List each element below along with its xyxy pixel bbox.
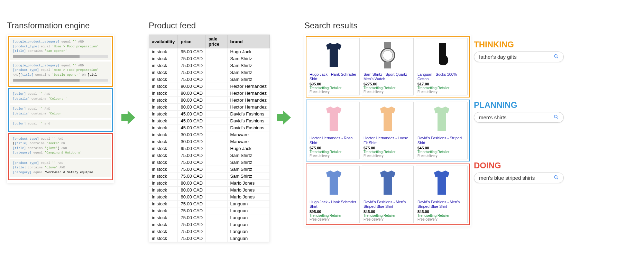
- feed-cell: David's Fashions: [227, 118, 270, 124]
- feed-cell: 95.00 CAD: [178, 48, 206, 55]
- product-retailer: Trendsetting Retailer: [310, 86, 358, 90]
- product-delivery: Free delivery: [364, 217, 412, 221]
- feed-cell: in stock: [149, 194, 178, 201]
- feed-cell: 75.00 CAD: [178, 76, 206, 83]
- product-card[interactable]: Languan - Socks 100% Cotton$17.00Trendse…: [416, 38, 468, 95]
- feed-cell: Languan: [227, 214, 270, 221]
- feed-cell: [206, 159, 227, 166]
- search-pill-doing[interactable]: men's blue striped shirts: [474, 173, 564, 183]
- table-row: in stock30.00 CADManware: [149, 131, 270, 138]
- feed-table: availabilitypricesale pricebrand in stoc…: [149, 35, 270, 242]
- product-card[interactable]: Hector Hernandez - Loose Fit Shirt$75.00…: [362, 102, 414, 159]
- feed-cell: [206, 48, 227, 55]
- diagram-container: Transformation engine [google_product_ca…: [7, 21, 637, 242]
- feed-cell: in stock: [149, 173, 178, 180]
- feed-cell: [206, 55, 227, 62]
- feed-cell: 45.00 CAD: [178, 111, 206, 118]
- feed-cell: in stock: [149, 145, 178, 152]
- feed-header-cell: sale price: [206, 35, 227, 48]
- doing-label: DOING: [474, 161, 578, 170]
- product-card[interactable]: David's Fashions - Men's Striped Blue Sh…: [416, 166, 468, 223]
- product-card[interactable]: David's Fashions - Striped Shirt$45.00Tr…: [416, 102, 468, 159]
- feed-cell: [206, 187, 227, 194]
- feed-cell: 45.00 CAD: [178, 118, 206, 124]
- product-price: $95.00: [310, 82, 358, 86]
- feed-cell: 80.00 CAD: [178, 83, 206, 90]
- feed-cell: in stock: [149, 166, 178, 173]
- table-row: in stock80.00 CADMario Jones: [149, 180, 270, 187]
- feed-cell: in stock: [149, 180, 178, 187]
- product-title: David's Fashions - Men's Striped Blue Sh…: [364, 200, 412, 209]
- product-card[interactable]: Hector Hernandez - Rosa Shirt$75.00Trend…: [308, 102, 360, 159]
- table-row: in stock75.00 CADSam Shirtz: [149, 166, 270, 173]
- feed-cell: [206, 90, 227, 97]
- product-delivery: Free delivery: [364, 90, 412, 94]
- rule-box-doing: [product_type] equal '' AND ([title] con…: [8, 133, 113, 180]
- product-image: [310, 167, 358, 198]
- feed-cell: Hector Hernandez: [227, 97, 270, 104]
- search-icon: [554, 114, 559, 120]
- svg-line-1: [557, 57, 558, 58]
- results-title: Search results: [304, 21, 471, 30]
- table-row: in stock75.00 CADLanguan: [149, 221, 270, 228]
- search-icon: [554, 175, 559, 181]
- feed-cell: 75.00 CAD: [178, 152, 206, 159]
- feed-cell: in stock: [149, 48, 178, 55]
- feed-cell: [206, 62, 227, 69]
- product-title: Hector Hernandez - Rosa Shirt: [310, 136, 358, 145]
- feed-cell: Sam Shirtz: [227, 55, 270, 62]
- table-row: in stock45.00 CADDavid's Fashions: [149, 124, 270, 131]
- table-row: in stock75.00 CADLanguan: [149, 228, 270, 235]
- search-pill-planning[interactable]: men's shirts: [474, 112, 564, 123]
- feed-cell: David's Fashions: [227, 124, 270, 131]
- feed-cell: [206, 228, 227, 235]
- feed-cell: in stock: [149, 69, 178, 76]
- feed-cell: Hector Hernandez: [227, 104, 270, 111]
- feed-cell: 75.00 CAD: [178, 207, 206, 214]
- feed-cell: [206, 111, 227, 118]
- feed-cell: Mario Jones: [227, 187, 270, 194]
- product-card[interactable]: Sam Shirtz - Sport Quartz Men's Watch$27…: [362, 38, 414, 95]
- feed-cell: Hugo Jack: [227, 48, 270, 55]
- product-retailer: Trendsetting Retailer: [364, 86, 412, 90]
- rule-block: [product_type] equal '' AND ([title] con…: [10, 135, 111, 158]
- feed-cell: Sam Shirtz: [227, 152, 270, 159]
- feed-cell: in stock: [149, 104, 178, 111]
- table-row: in stock75.00 CADSam Shirtz: [149, 76, 270, 83]
- feed-cell: [206, 138, 227, 145]
- table-row: in stock80.00 CADMario Jones: [149, 194, 270, 201]
- product-card[interactable]: Hugo Jack - Hank Schrader Shirt$95.00Tre…: [308, 166, 360, 223]
- feed-header-row: availabilitypricesale pricebrand: [149, 35, 270, 48]
- product-delivery: Free delivery: [310, 154, 358, 158]
- feed-cell: in stock: [149, 207, 178, 214]
- product-title: David's Fashions - Striped Shirt: [417, 136, 466, 145]
- feed-cell: 75.00 CAD: [178, 55, 206, 62]
- svg-point-4: [554, 176, 557, 178]
- table-row: in stock75.00 CADLanguan: [149, 207, 270, 214]
- feed-cell: in stock: [149, 131, 178, 138]
- product-retailer: Trendsetting Retailer: [310, 150, 358, 154]
- product-delivery: Free delivery: [417, 154, 466, 158]
- feed-cell: 75.00 CAD: [178, 228, 206, 235]
- product-card[interactable]: David's Fashions - Men's Striped Blue Sh…: [362, 166, 414, 223]
- feed-cell: [206, 194, 227, 201]
- product-card[interactable]: Hugo Jack - Hank Schrader Shirt$95.00Tre…: [308, 38, 360, 95]
- svg-line-3: [557, 118, 558, 119]
- table-row: in stock75.00 CADSam Shirtz: [149, 69, 270, 76]
- product-image: [364, 40, 412, 71]
- product-image: [364, 103, 412, 134]
- feed-cell: 30.00 CAD: [178, 138, 206, 145]
- feed-cell: [206, 221, 227, 228]
- feed-cell: Languan: [227, 221, 270, 228]
- product-title: Sam Shirtz - Sport Quartz Men's Watch: [364, 72, 412, 81]
- product-retailer: Trendsetting Retailer: [417, 150, 466, 154]
- rule-block: [color] equal '' AND [details] contains …: [10, 105, 111, 118]
- transformation-column: Transformation engine [google_product_ca…: [7, 21, 114, 183]
- table-row: in stock75.00 CADLanguan: [149, 214, 270, 221]
- search-pill-thinking[interactable]: father's day gifts: [474, 52, 564, 62]
- feed-cell: [206, 131, 227, 138]
- feed-cell: Manware: [227, 131, 270, 138]
- search-query-planning: men's shirts: [479, 114, 507, 120]
- feed-cell: 75.00 CAD: [178, 166, 206, 173]
- feed-cell: 80.00 CAD: [178, 180, 206, 187]
